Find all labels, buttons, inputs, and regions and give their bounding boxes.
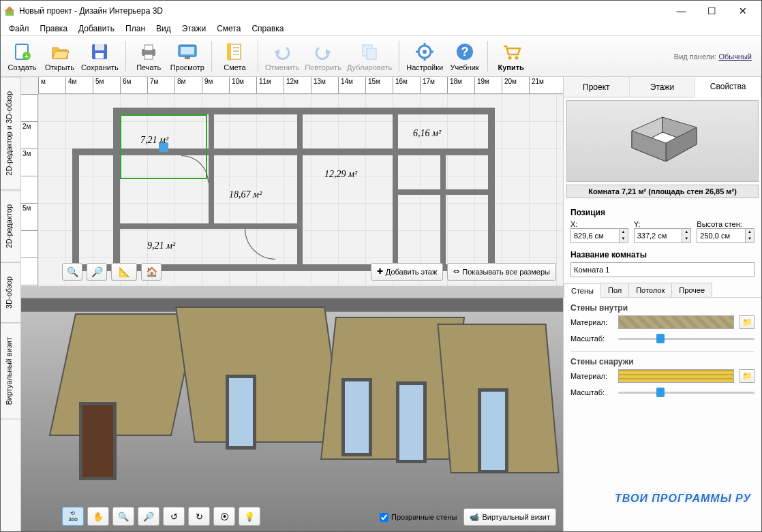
estimate-icon [224,41,245,63]
save-icon [89,41,110,63]
watermark: ТВОИ ПРОГРАММЫ РУ [615,492,751,505]
tb-redo: Повторить [302,39,344,74]
right-tabs: Проект Этажи Свойства [564,77,761,97]
subtab-other[interactable]: Прочее [671,283,712,297]
tb-buy[interactable]: Купить [492,39,530,74]
virtual-visit-button[interactable]: 📹Виртуальный визит [463,508,556,526]
wall-in-material-swatch[interactable] [618,315,734,329]
home-button[interactable]: 🏠 [141,263,162,281]
vtab-2d[interactable]: 2D-редактор [1,190,20,262]
section-room-name: Название комнаты [570,250,755,260]
title-bar: Новый проект - Дизайн Интерьера 3D — ☐ ✕ [1,1,761,21]
plan-2d-view[interactable]: м4м5м6м7м8м9м10м11м12м13м14м15м16м17м18м… [21,77,563,286]
walls-inside-title: Стены внутри [570,303,755,313]
left-view-tabs: 2D-редактор и 3D-обзор 2D-редактор 3D-об… [1,77,21,531]
add-floor-button[interactable]: ✚Добавить этаж [371,263,443,281]
view-3d-toolbar: ⟲360 ✋ 🔍 🔎 ↺ ↻ ⦿ 💡 [62,507,260,526]
minimize-button[interactable]: — [666,1,697,21]
svg-rect-0 [5,10,14,16]
maximize-button[interactable]: ☐ [697,1,727,21]
vtab-3d[interactable]: 3D-обзор [1,262,20,323]
zoom-in-button[interactable]: 🔎 [87,263,107,281]
tab-properties[interactable]: Свойства [695,77,761,97]
menu-view[interactable]: Вид [151,22,177,35]
tb-settings[interactable]: Настройки [403,39,446,74]
wall-out-material-swatch[interactable] [618,369,734,383]
subtab-floor[interactable]: Пол [600,283,629,297]
position-x-input[interactable]: ▲▼ [570,228,628,243]
floorplan[interactable]: 7,21 м² 6,16 м² 18,67 м² 12,29 м² 9,21 м… [72,108,495,285]
tb-help[interactable]: ?Учебник [446,39,483,74]
menu-plan[interactable]: План [120,22,151,35]
new-icon: + [12,41,33,63]
view-3d-right-bar: Прозрачные стены 📹Виртуальный визит [380,508,556,526]
zoom-in-3d-button[interactable]: 🔎 [138,507,159,526]
wall-in-material-browse[interactable]: 📁 [740,315,755,329]
ruler-vertical: 2м3м5м8м [21,94,38,286]
menu-bar: Файл Правка Добавить План Вид Этажи Смет… [1,21,761,36]
room-name-input[interactable] [570,262,755,277]
redo-icon [312,41,334,63]
light-button[interactable]: 💡 [239,507,260,526]
tb-open[interactable]: Открыть [41,39,78,74]
svg-marker-1 [5,6,14,11]
subtab-ceiling[interactable]: Потолок [628,283,672,297]
room-area-3: 18,67 м² [229,189,262,200]
svg-point-24 [423,50,427,54]
zoom-out-3d-button[interactable]: 🔍 [112,507,134,526]
folder-icon: 📁 [742,317,752,327]
subtab-walls[interactable]: Стены [564,283,601,298]
svg-text:?: ? [461,45,468,59]
zoom-out-button[interactable]: 🔍 [62,263,82,281]
tb-estimate[interactable]: Смета [216,39,254,74]
dimensions-icon: ⇔ [453,267,459,276]
svg-rect-6 [95,44,104,50]
tb-save[interactable]: Сохранить [78,39,121,74]
rotate-360-button[interactable]: ⟲360 [62,507,84,526]
right-panel: Проект Этажи Свойства Комната 7,21 м² (п… [564,77,761,531]
svg-rect-12 [181,47,194,54]
tab-project[interactable]: Проект [564,77,630,97]
menu-help[interactable]: Справка [246,22,289,35]
rotate-left-button[interactable]: ↺ [163,507,185,526]
show-dimensions-button[interactable]: ⇔Показывать все размеры [447,263,556,281]
plan-toolbar-right: ✚Добавить этаж ⇔Показывать все размеры [371,263,556,281]
duplicate-icon [359,41,380,63]
view-3d[interactable]: ⟲360 ✋ 🔍 🔎 ↺ ↻ ⦿ 💡 Прозрачные стены 📹Вир… [21,286,563,531]
menu-add[interactable]: Добавить [73,22,120,35]
room-preview [566,100,759,182]
panel-mode-link[interactable]: Обычный [718,52,752,61]
wall-out-material-browse[interactable]: 📁 [740,369,755,383]
help-icon: ? [454,41,476,63]
main-toolbar: +Создать Открыть Сохранить Печать Просмо… [1,36,761,77]
measure-button[interactable]: 📐 [111,263,137,281]
svg-rect-7 [95,53,104,59]
close-button[interactable]: ✕ [727,1,758,21]
svg-rect-9 [144,45,153,50]
app-icon [4,5,15,16]
wall-height-input[interactable]: ▲▼ [697,228,755,243]
wall-in-scale-slider[interactable] [618,332,755,345]
menu-file[interactable]: Файл [3,22,35,35]
tb-preview[interactable]: Просмотр [168,39,207,74]
tb-new[interactable]: +Создать [3,39,41,74]
room-area-5: 9,21 м² [147,240,175,251]
position-y-input[interactable]: ▲▼ [634,228,692,243]
tb-print[interactable]: Печать [130,39,168,74]
menu-estimate[interactable]: Смета [211,22,246,35]
floor-add-icon: ✚ [377,267,383,276]
svg-rect-13 [185,57,190,59]
transparent-walls-checkbox[interactable]: Прозрачные стены [380,513,457,522]
preview-icon [177,41,198,63]
menu-edit[interactable]: Правка [35,22,74,35]
rotate-right-button[interactable]: ↻ [188,507,210,526]
wall-out-scale-slider[interactable] [618,386,755,399]
menu-floors[interactable]: Этажи [177,22,211,35]
pan-button[interactable]: ✋ [87,507,109,526]
tab-floors[interactable]: Этажи [630,77,696,97]
reset-view-button[interactable]: ⦿ [213,507,235,526]
svg-rect-10 [144,54,153,59]
vtab-virtual[interactable]: Виртуальный визит [1,323,20,420]
open-icon [49,41,71,63]
vtab-combined[interactable]: 2D-редактор и 3D-обзор [1,77,20,190]
